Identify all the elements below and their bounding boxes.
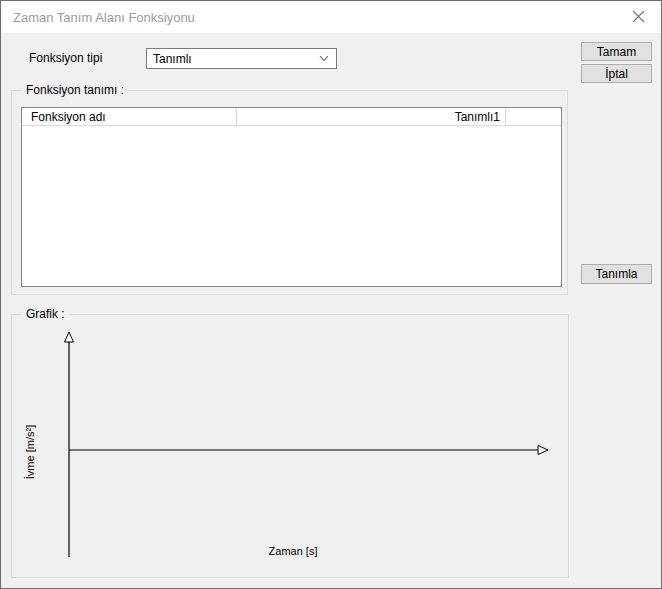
function-type-value: Tanımlı (153, 52, 192, 66)
dialog-window: Zaman Tanım Alanı Fonksiyonu Fonksiyon t… (0, 0, 662, 589)
function-table-body[interactable] (22, 126, 561, 286)
function-type-label: Fonksiyon tipi (29, 48, 102, 68)
graph-axes (12, 315, 568, 577)
y-axis-label: İvme [m/s²] (24, 425, 36, 479)
close-button[interactable] (616, 1, 661, 32)
define-button[interactable]: Tanımla (581, 264, 652, 284)
function-definition-group-label: Fonksiyon tanımı : (22, 83, 128, 97)
cancel-button[interactable]: İptal (581, 64, 652, 83)
function-table-header: Fonksiyon adı Tanımlı1 (22, 108, 561, 126)
graph-group: Grafik : İvme [m/s²] Zaman [s] (11, 314, 569, 578)
function-table[interactable]: Fonksiyon adı Tanımlı1 (21, 107, 562, 287)
function-type-select[interactable]: Tanımlı (146, 48, 337, 69)
graph-plot-area: İvme [m/s²] Zaman [s] (12, 315, 568, 577)
function-definition-group: Fonksiyon tanımı : Fonksiyon adı Tanımlı… (11, 90, 568, 295)
chevron-down-icon (319, 55, 329, 62)
x-axis-label: Zaman [s] (269, 545, 318, 557)
close-icon (632, 10, 645, 23)
titlebar: Zaman Tanım Alanı Fonksiyonu (1, 1, 661, 33)
window-title: Zaman Tanım Alanı Fonksiyonu (1, 10, 195, 25)
column-header-function-name[interactable]: Fonksiyon adı (22, 108, 237, 125)
ok-button[interactable]: Tamam (581, 42, 652, 61)
column-header-function-value[interactable]: Tanımlı1 (237, 108, 506, 125)
